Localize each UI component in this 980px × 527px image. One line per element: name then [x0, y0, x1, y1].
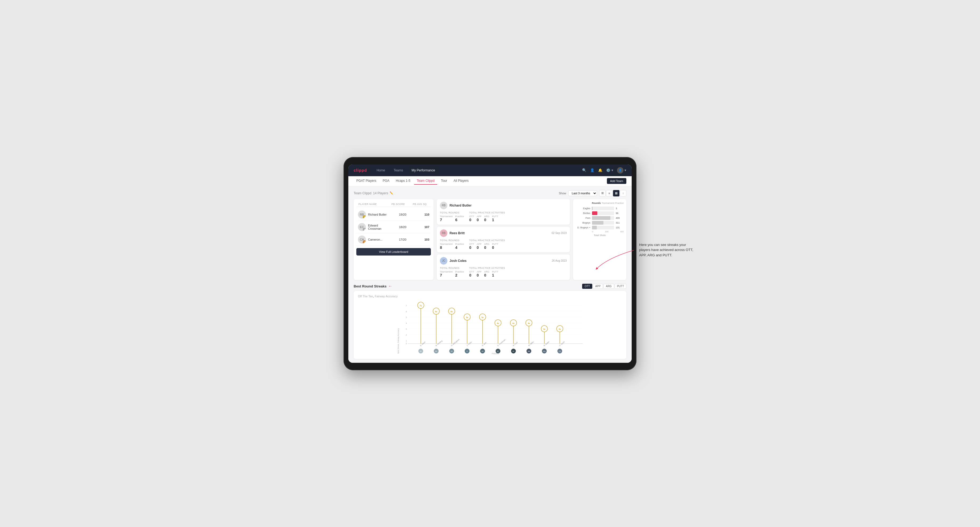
- sub-nav-all-players[interactable]: All Players: [451, 177, 471, 185]
- nav-home[interactable]: Home: [375, 167, 387, 173]
- practice-value: 2: [455, 273, 464, 277]
- pb-score: 17/20: [392, 238, 413, 241]
- sub-nav-pga[interactable]: PGA: [380, 177, 392, 185]
- period-select[interactable]: Last 3 months: [568, 190, 597, 196]
- annotation-text: Here you can see streaks your players ha…: [639, 242, 698, 258]
- stat-cols: Tournament 7 Practice 6: [440, 215, 464, 222]
- subtitle-main: Off The Tee: [358, 295, 373, 298]
- svg-text:R. Britt: R. Britt: [482, 341, 487, 346]
- x-axis-label: Players: [492, 352, 499, 354]
- avatar: RB: [440, 202, 447, 209]
- player-stats-row: Total Rounds Tournament 8 Practice: [440, 239, 567, 250]
- svg-text:4x: 4x: [528, 322, 530, 324]
- bar-row-bogeys: Bogeys 311: [576, 221, 624, 225]
- grid-view-icon[interactable]: ⊞: [599, 190, 606, 197]
- filter-arg[interactable]: ARG: [603, 284, 614, 289]
- streaks-title-text: Best Round Streaks: [354, 284, 387, 288]
- arg-value: 0: [484, 273, 490, 277]
- practice-label: Practice: [455, 243, 464, 245]
- tournament-value: 7: [440, 273, 453, 277]
- bar-row-pars: Pars 499: [576, 216, 624, 220]
- stat-tournament: Tournament 7: [440, 215, 453, 222]
- bar-track: [592, 206, 614, 210]
- player-name: Edward Crossman: [368, 224, 392, 230]
- nav-teams[interactable]: Teams: [392, 167, 404, 173]
- bell-icon[interactable]: 🔔: [598, 168, 602, 172]
- list-view-icon[interactable]: ≡: [606, 190, 612, 197]
- table-row[interactable]: CA 3 Cameron... 17/20 103: [356, 233, 431, 246]
- practice-value: 6: [455, 218, 464, 222]
- practice-activities-label: Total Practice Activities: [469, 211, 505, 214]
- ott-label: OTT: [469, 270, 474, 273]
- player-stat-card: RB Richard Butler Total Rounds Tournamen…: [437, 199, 570, 225]
- annotation-arrow: [586, 248, 639, 279]
- svg-text:BF: BF: [513, 351, 514, 352]
- bar-row-birdies: Birdies 96: [576, 211, 624, 215]
- svg-text:EE: EE: [420, 351, 422, 352]
- svg-text:4x: 4x: [512, 322, 514, 324]
- player-card-header: JC Josh Coles 26 Aug 2023: [440, 257, 567, 265]
- table-row[interactable]: RB 1 Richard Butler 19/20 110: [356, 208, 431, 221]
- filter-putt[interactable]: PUTT: [615, 284, 626, 289]
- show-label: Show: [559, 192, 566, 195]
- svg-text:6x: 6x: [450, 311, 453, 313]
- stat-cols: Tournament 7 Practice 2: [440, 270, 464, 277]
- svg-text:5x: 5x: [466, 316, 468, 318]
- stat-arg: ARG 0: [484, 270, 490, 277]
- player-card-date: 26 Aug 2023: [552, 259, 567, 262]
- player-card-name: Rees Britt: [450, 231, 465, 235]
- rounds-label: Total Rounds: [440, 211, 464, 214]
- practice-value: 4: [455, 245, 464, 250]
- stat-app: APP 0: [477, 270, 482, 277]
- user-icon[interactable]: 👤: [590, 168, 594, 172]
- avatar-menu[interactable]: 👤 ▾: [617, 167, 626, 173]
- streaks-section: Best Round Streaks ← OTT APP ARG PUTT Of…: [354, 284, 626, 359]
- stat-practice: Practice 4: [455, 243, 464, 250]
- rank-badge: 3: [363, 240, 366, 243]
- leaderboard-card: PLAYER NAME PB SCORE PB AVG SQ RB 1 Rich…: [354, 199, 434, 280]
- bar-row-d-bogeys: D. Bogeys + 131: [576, 226, 624, 229]
- putt-value: 1: [492, 273, 498, 277]
- settings-icon[interactable]: ⚙️ ▾: [606, 168, 613, 172]
- search-icon[interactable]: 🔍: [582, 168, 586, 172]
- app-value: 0: [477, 273, 482, 277]
- arg-label: ARG: [484, 243, 490, 245]
- svg-text:2: 2: [406, 334, 407, 336]
- player-card-header: RB Rees Britt 02 Sep 2023: [440, 229, 567, 237]
- nav-icons: 🔍 👤 🔔 ⚙️ ▾ 👤 ▾: [582, 167, 626, 173]
- svg-text:5x: 5x: [482, 316, 484, 318]
- app-logo: clippd: [354, 168, 367, 173]
- add-team-button[interactable]: Add Team: [607, 178, 626, 184]
- sub-nav-hcaps[interactable]: Hcaps 1-5: [393, 177, 413, 185]
- svg-text:EC: EC: [497, 351, 499, 352]
- filter-app[interactable]: APP: [593, 284, 603, 289]
- bar-label: Eagles: [576, 207, 590, 210]
- arg-value: 0: [484, 218, 490, 222]
- bar-chart-area: Eagles 3 Birdies: [576, 206, 624, 229]
- card-view-icon[interactable]: ▦: [613, 190, 619, 197]
- filter-ott[interactable]: OTT: [582, 284, 592, 289]
- svg-text:JC: JC: [466, 351, 468, 352]
- player-stat-card: JC Josh Coles 26 Aug 2023 Total Rounds T…: [437, 254, 570, 280]
- stat-app: APP 0: [477, 215, 482, 222]
- subtitle-detail: Fairway Accuracy: [375, 295, 398, 298]
- stat-arg: ARG 0: [484, 243, 490, 250]
- top-nav: clippd Home Teams My Performance 🔍 👤 🔔 ⚙…: [348, 165, 632, 176]
- player-card-date: 02 Sep 2023: [552, 232, 567, 235]
- edit-icon[interactable]: ✏️: [390, 191, 393, 195]
- sub-nav-team-clippd[interactable]: Team Clippd: [414, 177, 437, 185]
- view-leaderboard-button[interactable]: View Full Leaderboard: [356, 248, 431, 256]
- arg-label: ARG: [484, 270, 490, 273]
- table-row[interactable]: EC 2 Edward Crossman 18/20 107: [356, 221, 431, 233]
- pb-score: 18/20: [392, 225, 413, 229]
- nav-my-performance[interactable]: My Performance: [410, 167, 437, 173]
- pb-avg: 103: [413, 238, 429, 241]
- streak-chart-svg: Best Streak, Fairway Accuracy 7 6 5 4 3 …: [358, 301, 622, 354]
- stat-cols: OTT 0 APP 0 ARG: [469, 243, 505, 250]
- stat-practice: Practice 6: [455, 215, 464, 222]
- svg-text:BM: BM: [435, 351, 437, 352]
- sub-nav-tour[interactable]: Tour: [438, 177, 450, 185]
- export-icon[interactable]: ↑: [620, 190, 626, 197]
- sub-nav-pgat[interactable]: PGAT Players: [354, 177, 379, 185]
- app-label: APP: [477, 243, 482, 245]
